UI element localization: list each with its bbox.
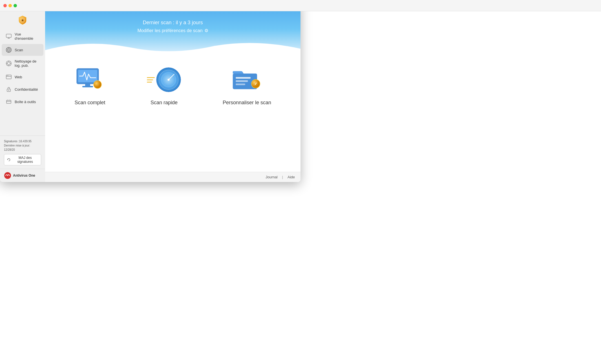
lock-nav-icon <box>6 86 12 92</box>
journal-link[interactable]: Journal <box>266 175 278 179</box>
sidebar-brand: Antivirus One <box>0 169 45 182</box>
trend-micro-logo-icon <box>4 172 11 179</box>
svg-rect-28 <box>85 84 90 86</box>
speedometer-wrap <box>147 67 181 92</box>
gear-icon: ⚙ <box>204 28 208 33</box>
svg-point-30 <box>94 81 101 88</box>
speed-line-3 <box>147 82 152 83</box>
sidebar-item-web[interactable]: Web <box>2 71 43 83</box>
speedometer-svg <box>156 67 181 92</box>
main-content: Dernier scan : il y a 3 jours Modifier l… <box>45 0 300 182</box>
bottom-bar: Journal | Aide <box>45 172 300 182</box>
svg-rect-21 <box>6 100 11 103</box>
titlebar <box>0 0 300 11</box>
monitor-pulse-icon <box>74 67 105 92</box>
sidebar-item-label-web: Web <box>15 75 22 79</box>
minimize-button[interactable] <box>8 4 12 7</box>
scan-complet-option[interactable]: Scan complet <box>69 61 111 108</box>
refresh-icon <box>7 158 10 162</box>
svg-point-35 <box>167 79 169 81</box>
traffic-lights <box>3 4 17 7</box>
sidebar-item-scan[interactable]: Scan <box>2 44 43 56</box>
svg-rect-39 <box>236 83 245 85</box>
signatures-info: Signatures :16.439.95 Dernière mise à jo… <box>4 139 41 152</box>
scan-complet-label: Scan complet <box>74 100 105 106</box>
speed-line-2 <box>147 79 153 80</box>
speed-line-1 <box>147 77 155 78</box>
maximize-button[interactable] <box>14 4 17 7</box>
sidebar-item-label-vue-ensemble: Vue d'ensemble <box>15 32 39 41</box>
svg-rect-37 <box>236 77 251 79</box>
last-update: Dernière mise à jour: 12/28/20 <box>4 144 30 151</box>
scan-complet-icon <box>74 64 105 95</box>
svg-point-17 <box>7 76 8 76</box>
scan-rapide-option[interactable]: Scan rapide <box>136 61 192 108</box>
close-button[interactable] <box>3 4 7 7</box>
svg-rect-1 <box>6 34 11 37</box>
nav-items: Vue d'ensemble Scan <box>0 28 45 136</box>
tools-nav-icon <box>6 99 12 105</box>
sidebar-item-nettoyage[interactable]: Nettoyage de log. pub. <box>2 56 43 70</box>
footer-separator: | <box>282 175 283 179</box>
svg-rect-38 <box>236 80 248 82</box>
sidebar-item-confidentialite[interactable]: Confidentialité <box>2 83 43 95</box>
signatures-value: 16.439.95 <box>19 140 32 143</box>
scan-nav-icon <box>6 47 12 53</box>
app-logo: ★ <box>0 11 45 28</box>
personnaliser-scan-icon: ✓ <box>231 64 262 95</box>
web-nav-icon <box>6 74 12 80</box>
prefs-link[interactable]: Modifier les préférences de scan ⚙ <box>137 28 208 33</box>
signatures-label: Signatures : <box>4 140 19 143</box>
sidebar-item-label-confidentialite: Confidentialité <box>15 87 38 92</box>
svg-point-20 <box>8 90 9 91</box>
last-scan-text: Dernier scan : il y a 3 jours <box>51 20 295 26</box>
sidebar-item-label-boite-outils: Boîte à outils <box>15 100 36 104</box>
personnaliser-scan-option[interactable]: ✓ Personnaliser le scan <box>217 61 277 108</box>
prefs-link-text: Modifier les préférences de scan <box>137 28 202 33</box>
svg-point-10 <box>7 62 10 65</box>
svg-text:★: ★ <box>21 19 24 22</box>
personnaliser-scan-label: Personnaliser le scan <box>223 100 271 106</box>
update-button-label: MAJ des signatures <box>12 156 38 164</box>
main-header: Dernier scan : il y a 3 jours Modifier l… <box>45 11 300 56</box>
update-signatures-button[interactable]: MAJ des signatures <box>4 154 41 165</box>
scan-rapide-label: Scan rapide <box>151 100 178 106</box>
shield-logo-icon: ★ <box>18 15 27 25</box>
sidebar-item-boite-outils[interactable]: Boîte à outils <box>2 96 43 108</box>
aide-link[interactable]: Aide <box>288 175 295 179</box>
wave-decoration <box>45 39 300 56</box>
scan-options: Scan complet <box>45 56 300 182</box>
svg-rect-29 <box>82 86 93 87</box>
monitor-nav-icon <box>6 33 12 39</box>
svg-point-18 <box>8 76 8 76</box>
svg-point-6 <box>8 50 9 50</box>
brand-label: Antivirus One <box>13 174 35 177</box>
sidebar-footer: Signatures :16.439.95 Dernière mise à jo… <box>0 136 45 169</box>
target-nav-icon <box>6 60 12 66</box>
scan-rapide-icon <box>142 64 187 95</box>
sidebar-item-label-nettoyage: Nettoyage de log. pub. <box>15 59 39 68</box>
speed-lines <box>147 77 155 83</box>
sidebar-item-vue-ensemble[interactable]: Vue d'ensemble <box>2 29 43 43</box>
folder-icon: ✓ <box>231 67 262 92</box>
svg-text:✓: ✓ <box>254 82 257 86</box>
sidebar-item-label-scan: Scan <box>15 48 23 52</box>
sidebar: ★ Vue d'ensemble <box>0 0 45 182</box>
